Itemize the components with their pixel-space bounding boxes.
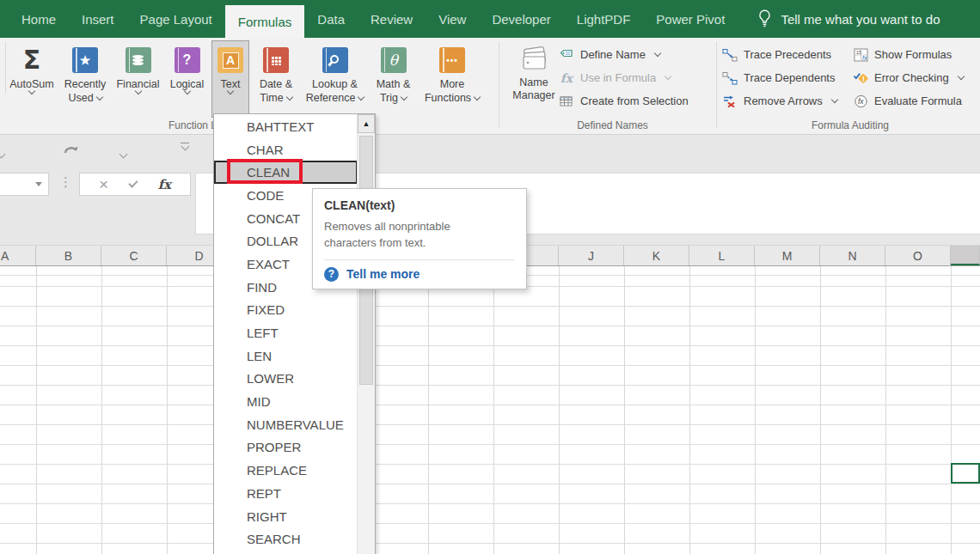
book-star-icon: ★: [72, 47, 98, 73]
function-item-mid[interactable]: MID: [214, 390, 358, 413]
ribbon-button-math-trig[interactable]: θMath &Trig: [369, 40, 418, 118]
name-manager-label-2: Manager: [512, 89, 554, 102]
tab-home[interactable]: Home: [9, 0, 69, 38]
ribbon-button-trace-precedents[interactable]: Trace Precedents: [722, 43, 837, 66]
dropdown-chevron-icon: [654, 50, 661, 57]
button-label: More: [440, 77, 464, 91]
qat-overflow-chevron-icon[interactable]: [0, 145, 4, 161]
group-divider: [716, 42, 717, 128]
trace-precedents-icon: [722, 48, 738, 62]
ribbon-button-recently-used[interactable]: ★RecentlyUsed: [58, 40, 112, 118]
name-box-dropdown-icon[interactable]: [35, 182, 42, 186]
function-item-fixed[interactable]: FIXED: [214, 299, 358, 322]
dropdown-chevron-icon: [358, 93, 364, 100]
tooltip-title: CLEAN(text): [324, 198, 515, 212]
ribbon-button-define-name[interactable]: Define Name: [559, 43, 689, 66]
function-item-search[interactable]: SEARCH: [214, 527, 358, 551]
button-label: Evaluate Formula: [874, 94, 962, 107]
column-header-A[interactable]: A: [0, 246, 36, 265]
tab-lightpdf[interactable]: LightPDF: [564, 0, 644, 38]
scroll-up-button[interactable]: ▲: [358, 114, 375, 133]
button-label: Trace Precedents: [744, 48, 831, 61]
ribbon-button-trace-dependents[interactable]: Trace Dependents: [722, 66, 837, 89]
button-label: Create from Selection: [580, 94, 689, 107]
ribbon-button-date-time[interactable]: Date &Time: [251, 40, 301, 118]
customize-quick-access-toolbar-icon[interactable]: [181, 143, 189, 149]
redo-icon[interactable]: [62, 142, 81, 161]
dropdown-chevron-icon: [831, 96, 838, 103]
tell-me-more-link[interactable]: ? Tell me more: [324, 267, 515, 282]
ribbon-button-name-manager[interactable]: Name Manager: [509, 40, 559, 118]
tab-data[interactable]: Data: [304, 0, 358, 38]
function-item-replace[interactable]: REPLACE: [214, 459, 358, 482]
function-item-len[interactable]: LEN: [214, 344, 358, 368]
function-item-numbervalue[interactable]: NUMBERVALUE: [214, 413, 358, 436]
tab-developer[interactable]: Developer: [479, 0, 563, 38]
tab-view[interactable]: View: [426, 0, 479, 38]
ribbon-button-text[interactable]: AText: [211, 40, 249, 118]
ribbon-button-remove-arrows[interactable]: Remove Arrows: [722, 89, 837, 113]
cancel-icon[interactable]: ×: [99, 176, 108, 192]
button-label: Define Name: [580, 48, 646, 61]
function-item-clean[interactable]: CLEAN: [214, 161, 358, 184]
column-header-M[interactable]: M: [755, 246, 820, 265]
help-circle-icon: ?: [324, 267, 339, 282]
group-label-formula-auditing: Formula Auditing: [720, 119, 980, 131]
lightbulb-icon: [758, 9, 771, 28]
name-box[interactable]: [0, 173, 49, 196]
tab-formulas[interactable]: Formulas: [225, 5, 305, 38]
function-item-proper[interactable]: PROPER: [214, 436, 358, 460]
column-header-C[interactable]: C: [101, 246, 167, 265]
function-item-rept[interactable]: REPT: [214, 482, 358, 505]
ribbon-button-use-in-formula[interactable]: fxUse in Formula: [559, 66, 689, 89]
tab-page-layout[interactable]: Page Layout: [127, 0, 225, 38]
ribbon-button-lookup-reference[interactable]: Lookup &Reference: [303, 40, 367, 118]
ribbon-button-show-formulas[interactable]: 15fxShow Formulas: [853, 43, 964, 66]
defined-names-rows: Define NamefxUse in FormulaCreate from S…: [559, 43, 689, 113]
column-header-N[interactable]: N: [820, 246, 885, 265]
selected-cell-outline: [951, 463, 980, 484]
fx-small-icon: fx: [559, 71, 574, 85]
redo-dropdown-chevron-icon[interactable]: [120, 145, 126, 161]
function-item-bahttext[interactable]: BAHTTEXT: [214, 115, 358, 138]
column-header-selected[interactable]: [951, 246, 980, 265]
dropdown-chevron-icon: [665, 73, 671, 80]
ribbon-button-autosum[interactable]: ΣAutoSum: [7, 40, 57, 118]
ribbon-button-error-checking[interactable]: !Error Checking: [853, 66, 964, 89]
book-magnifier-icon: [322, 47, 348, 73]
book-theta-icon: θ: [381, 47, 407, 73]
function-item-right[interactable]: RIGHT: [214, 505, 358, 528]
ribbon-button-evaluate-formula[interactable]: fxEvaluate Formula: [853, 89, 964, 113]
ribbon-button-logical[interactable]: ?Logical: [164, 40, 210, 118]
column-header-J[interactable]: J: [559, 246, 624, 265]
insert-function-icon[interactable]: fx: [158, 177, 171, 192]
function-list: BAHTTEXTCHARCLEANCODECONCATDOLLAREXACTFI…: [214, 115, 358, 551]
ribbon-button-financial[interactable]: Financial: [113, 40, 162, 118]
function-item-left[interactable]: LEFT: [214, 321, 358, 344]
enter-check-icon[interactable]: [128, 178, 138, 187]
dropdown-scrollbar[interactable]: ▲: [357, 114, 375, 554]
spreadsheet-grid[interactable]: [0, 266, 980, 554]
tab-insert[interactable]: Insert: [69, 0, 127, 38]
column-header-O[interactable]: O: [885, 246, 951, 265]
tab-power-pivot[interactable]: Power Pivot: [643, 0, 738, 38]
column-header-K[interactable]: K: [624, 246, 689, 265]
show-formulas-icon: 15fx: [853, 48, 868, 62]
tab-review[interactable]: Review: [358, 0, 426, 38]
function-item-char[interactable]: CHAR: [214, 138, 358, 161]
name-manager-icon: [518, 46, 550, 76]
ribbon-button-more-functions[interactable]: •••MoreFunctions: [420, 40, 485, 118]
button-label: Math &: [377, 77, 411, 91]
book-coins-icon: [126, 47, 151, 73]
column-header-B[interactable]: B: [36, 246, 101, 265]
function-item-lower[interactable]: LOWER: [214, 368, 358, 391]
column-header-L[interactable]: L: [689, 246, 755, 265]
formula-bar-resize-handle[interactable]: ⋮: [59, 174, 72, 190]
button-label: Remove Arrows: [744, 94, 823, 107]
book-dots-icon: •••: [439, 47, 465, 73]
tell-me-box[interactable]: Tell me what you want to do: [758, 0, 940, 38]
ribbon-button-create-from-selection[interactable]: Create from Selection: [559, 89, 689, 113]
grid-select-icon: [559, 94, 574, 108]
dropdown-chevron-icon: [474, 93, 481, 100]
dropdown-chevron-icon: [401, 93, 407, 100]
